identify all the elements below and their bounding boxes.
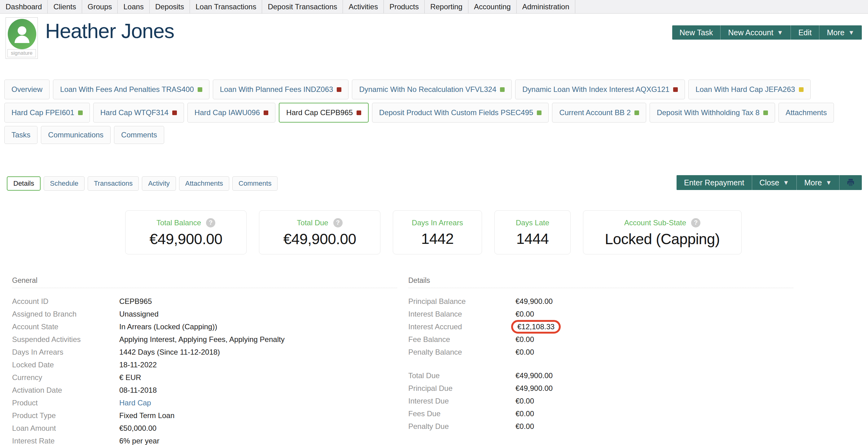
close-button[interactable]: Close▼ [752, 175, 797, 190]
card-value: 1444 [517, 230, 549, 247]
tab-label: Dynamic Loan With Index Interest AQXG121 [522, 85, 670, 94]
account-tab-current-account-bb-2[interactable]: Current Account BB 2 [552, 103, 646, 123]
account-tab-deposit-with-withholding-tax-8[interactable]: Deposit With Withholding Tax 8 [650, 103, 775, 123]
header-action-bar: New TaskNew Account▼EditMore▼ [672, 25, 862, 40]
account-tab-loan-with-fees-and-penalties-tras400[interactable]: Loan With Fees And Penalties TRAS400 [53, 79, 209, 99]
account-tab-communications[interactable]: Communications [41, 126, 111, 144]
client-avatar[interactable]: signature [6, 17, 38, 59]
account-tab-dynamic-with-no-recalculation-vfvl324[interactable]: Dynamic With No Recalculation VFVL324 [352, 79, 512, 99]
field-value: €12,108.33 [516, 320, 561, 334]
account-tab-hard-cap-wtqf314[interactable]: Hard Cap WTQF314 [93, 103, 184, 123]
account-tab-deposit-product-with-custom-fields-psec495[interactable]: Deposit Product With Custom Fields PSEC4… [372, 103, 549, 123]
status-square-green-icon [78, 110, 83, 115]
field-row-interest-rate: Interest Rate6% per year [12, 435, 397, 445]
status-square-red-icon [356, 110, 361, 115]
account-tab-loan-with-hard-cap-jefa263[interactable]: Loan With Hard Cap JEFA263 [688, 79, 811, 99]
nav-item-administration[interactable]: Administration [517, 0, 575, 13]
button-label: Enter Repayment [684, 178, 744, 187]
field-row-fee-balance: Fee Balance€0.00 [408, 333, 793, 346]
nav-item-activities[interactable]: Activities [343, 0, 384, 13]
nav-item-clients[interactable]: Clients [48, 0, 82, 13]
field-row-currency: Currency€ EUR [12, 371, 397, 384]
help-icon[interactable]: ? [333, 218, 343, 228]
field-row-assigned-to-branch: Assigned to BranchUnassigned [12, 308, 397, 320]
account-tab-hard-cap-iawu096[interactable]: Hard Cap IAWU096 [187, 103, 275, 123]
card-value: €49,900.00 [283, 231, 356, 247]
account-tab-dynamic-loan-with-index-interest-aqxg121[interactable]: Dynamic Loan With Index Interest AQXG121 [515, 79, 685, 99]
card-label-row: Total Due? [297, 218, 342, 228]
new-task-button[interactable]: New Task [672, 25, 720, 40]
edit-button[interactable]: Edit [790, 25, 819, 40]
account-tab-hard-cap-fpei601[interactable]: Hard Cap FPEI601 [4, 103, 90, 123]
subtab-attachments[interactable]: Attachments [179, 176, 229, 191]
help-icon[interactable]: ? [206, 218, 215, 228]
product-link[interactable]: Hard Cap [119, 399, 151, 407]
field-row-total-due: Total Due€49,900.00 [408, 369, 793, 382]
nav-item-deposits[interactable]: Deposits [150, 0, 190, 13]
field-row-penalty-due: Penalty Due€0.00 [408, 420, 793, 433]
account-tab-attachments[interactable]: Attachments [778, 103, 834, 123]
subtab-details[interactable]: Details [7, 176, 40, 191]
account-tab-row-3: TasksCommunicationsComments [4, 126, 865, 144]
account-tab-hard-cap-cepb965[interactable]: Hard Cap CEPB965 [279, 103, 369, 123]
nav-item-loans[interactable]: Loans [118, 0, 149, 13]
more-button[interactable]: More▼ [819, 25, 862, 40]
nav-item-reporting[interactable]: Reporting [425, 0, 468, 13]
subtab-transactions[interactable]: Transactions [88, 176, 139, 191]
signature-link[interactable]: signature [7, 49, 36, 57]
nav-item-products[interactable]: Products [384, 0, 425, 13]
print-button[interactable] [839, 175, 862, 190]
field-row-interest-balance: Interest Balance€0.00 [408, 308, 793, 320]
chevron-down-icon: ▼ [848, 29, 855, 36]
account-tab-comments[interactable]: Comments [114, 126, 164, 144]
page: DashboardClientsGroupsLoansDepositsLoan … [0, 0, 868, 445]
more-button[interactable]: More▼ [797, 175, 839, 190]
nav-item-groups[interactable]: Groups [82, 0, 118, 13]
field-row-locked-date: Locked Date18-11-2022 [12, 358, 397, 371]
field-value: 08-11-2018 [119, 386, 157, 395]
field-value: 1442 Days (Since 11-12-2018) [119, 348, 220, 356]
chevron-down-icon: ▼ [826, 179, 832, 186]
field-row-suspended-activities: Suspended ActivitiesApplying Interest, A… [12, 333, 397, 346]
enter-repayment-button[interactable]: Enter Repayment [677, 175, 752, 190]
field-row-loan-amount: Loan Amount€50,000.00 [12, 422, 397, 435]
nav-item-dashboard[interactable]: Dashboard [0, 0, 48, 13]
tab-label: Tasks [11, 131, 30, 139]
tab-label: Deposit Product With Custom Fields PSEC4… [379, 108, 533, 117]
section-heading: General [12, 276, 397, 288]
help-icon[interactable]: ? [691, 218, 701, 228]
top-nav: DashboardClientsGroupsLoansDepositsLoan … [0, 0, 868, 13]
field-label: Principal Due [408, 384, 516, 393]
nav-item-loan-transactions[interactable]: Loan Transactions [190, 0, 262, 13]
card-label: Days Late [516, 218, 549, 227]
field-value: €0.00 [516, 422, 534, 431]
button-label: Edit [798, 28, 812, 37]
chevron-down-icon: ▼ [777, 29, 783, 36]
account-tab-overview[interactable]: Overview [4, 79, 50, 99]
tab-label: Communications [48, 131, 103, 139]
button-label: New Account [728, 28, 773, 37]
account-tab-tasks[interactable]: Tasks [4, 126, 37, 144]
field-value: Unassigned [119, 310, 159, 318]
subtab-activity[interactable]: Activity [142, 176, 176, 191]
nav-item-deposit-transactions[interactable]: Deposit Transactions [262, 0, 343, 13]
person-icon [8, 19, 36, 49]
record-action-bar: Enter RepaymentClose▼More▼ [677, 175, 862, 190]
account-tab-loan-with-planned-fees-indz063[interactable]: Loan With Planned Fees INDZ063 [213, 79, 349, 99]
tab-label: Loan With Planned Fees INDZ063 [220, 85, 333, 94]
account-tab-row-1: OverviewLoan With Fees And Penalties TRA… [4, 79, 865, 99]
card-label-row: Total Balance? [156, 218, 215, 228]
field-value: Fixed Term Loan [119, 411, 175, 420]
new-account-button[interactable]: New Account▼ [720, 25, 790, 40]
status-square-green-icon [500, 87, 505, 92]
nav-item-accounting[interactable]: Accounting [468, 0, 517, 13]
red-circle-annotation: €12,108.33 [511, 320, 561, 334]
details-section: Details Principal Balance€49,900.00Inter… [408, 276, 793, 445]
general-section: General Account IDCEPB965Assigned to Bra… [12, 276, 397, 445]
card-value: 1442 [421, 230, 454, 247]
subtab-comments[interactable]: Comments [232, 176, 278, 191]
subtab-schedule[interactable]: Schedule [44, 176, 85, 191]
field-value: €0.00 [516, 348, 534, 356]
card-label: Total Due [297, 218, 328, 227]
card-label-row: Account Sub-State? [624, 218, 701, 228]
